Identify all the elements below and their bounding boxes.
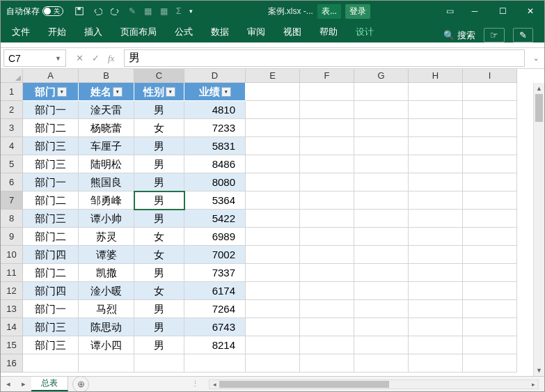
- cell-G12[interactable]: [354, 282, 409, 300]
- cell-C1[interactable]: 性别▾: [134, 83, 184, 101]
- cell-E10[interactable]: [246, 246, 300, 264]
- scroll-right-icon[interactable]: ▸: [528, 381, 538, 388]
- row-header-4[interactable]: 4: [1, 137, 23, 155]
- cell-C3[interactable]: 女: [134, 119, 184, 137]
- cell-D15[interactable]: 8214: [184, 336, 246, 354]
- cell-C10[interactable]: 女: [134, 246, 184, 264]
- cell-H10[interactable]: [409, 246, 463, 264]
- toggle-switch[interactable]: 关: [42, 6, 63, 16]
- cell-G14[interactable]: [354, 318, 409, 336]
- cell-B10[interactable]: 谭婆: [79, 246, 134, 264]
- cell-G15[interactable]: [354, 336, 409, 354]
- cell-C8[interactable]: 男: [134, 210, 184, 228]
- login-button[interactable]: 登录: [345, 4, 370, 19]
- cell-A16[interactable]: [23, 354, 79, 373]
- cell-F11[interactable]: [300, 264, 354, 282]
- cell-A5[interactable]: 部门三: [23, 155, 79, 173]
- cell-D8[interactable]: 5422: [184, 210, 246, 228]
- cell-D9[interactable]: 6989: [184, 228, 246, 246]
- cell-C16[interactable]: [134, 354, 184, 373]
- cell-B12[interactable]: 淦小暖: [79, 282, 134, 300]
- cell-F16[interactable]: [300, 354, 354, 373]
- formula-input[interactable]: 男: [124, 49, 525, 67]
- cell-E8[interactable]: [246, 210, 300, 228]
- row-header-12[interactable]: 12: [1, 282, 23, 300]
- cell-C9[interactable]: 女: [134, 228, 184, 246]
- vertical-scrollbar[interactable]: ▲ ▼: [533, 83, 544, 376]
- cell-B15[interactable]: 谭小四: [79, 336, 134, 354]
- cell-B5[interactable]: 陆明松: [79, 155, 134, 173]
- cell-G13[interactable]: [354, 300, 409, 318]
- cell-B16[interactable]: [79, 354, 134, 373]
- cell-F4[interactable]: [300, 137, 354, 155]
- cells-area[interactable]: 部门▾姓名▾性别▾业绩▾部门一淦天雷男4810部门二杨晓蕾女7233部门三车厘子…: [23, 83, 533, 376]
- cell-A7[interactable]: 部门二: [23, 191, 79, 210]
- cell-I9[interactable]: [463, 228, 517, 246]
- autosave-toggle[interactable]: 自动保存 关: [1, 6, 69, 17]
- cell-I1[interactable]: [463, 83, 517, 101]
- cell-C11[interactable]: 男: [134, 264, 184, 282]
- cell-A12[interactable]: 部门四: [23, 282, 79, 300]
- cell-A9[interactable]: 部门二: [23, 228, 79, 246]
- cell-G10[interactable]: [354, 246, 409, 264]
- cell-H9[interactable]: [409, 228, 463, 246]
- filter-dropdown-icon[interactable]: ▾: [57, 87, 67, 97]
- cell-A15[interactable]: 部门三: [23, 336, 79, 354]
- cell-E14[interactable]: [246, 318, 300, 336]
- cell-A8[interactable]: 部门三: [23, 210, 79, 228]
- cell-E1[interactable]: [246, 83, 300, 101]
- cell-B4[interactable]: 车厘子: [79, 137, 134, 155]
- brush-icon[interactable]: ✎: [129, 6, 136, 16]
- cell-F10[interactable]: [300, 246, 354, 264]
- ribbon-tab-2[interactable]: 插入: [76, 22, 111, 42]
- cell-B9[interactable]: 苏灵: [79, 228, 134, 246]
- cell-G9[interactable]: [354, 228, 409, 246]
- cell-I16[interactable]: [463, 354, 517, 373]
- qat-icon-2[interactable]: ▦: [160, 6, 168, 16]
- search-box[interactable]: 🔍 搜索: [443, 29, 475, 42]
- ribbon-tab-9[interactable]: 设计: [347, 22, 382, 42]
- col-header-C[interactable]: C: [134, 69, 184, 83]
- cell-A11[interactable]: 部门二: [23, 264, 79, 282]
- cell-A13[interactable]: 部门一: [23, 300, 79, 318]
- cell-G11[interactable]: [354, 264, 409, 282]
- cell-F14[interactable]: [300, 318, 354, 336]
- cell-G8[interactable]: [354, 210, 409, 228]
- cell-F3[interactable]: [300, 119, 354, 137]
- share-button[interactable]: ☞: [484, 28, 505, 42]
- row-header-1[interactable]: 1: [1, 83, 23, 101]
- row-header-5[interactable]: 5: [1, 155, 23, 173]
- row-header-13[interactable]: 13: [1, 300, 23, 318]
- cell-G1[interactable]: [354, 83, 409, 101]
- cell-E7[interactable]: [246, 191, 300, 210]
- col-header-F[interactable]: F: [300, 69, 354, 83]
- cell-I13[interactable]: [463, 300, 517, 318]
- cell-I14[interactable]: [463, 318, 517, 336]
- qat-dropdown-icon[interactable]: ▾: [189, 8, 193, 15]
- fx-icon[interactable]: fx: [108, 53, 114, 64]
- cell-D1[interactable]: 业绩▾: [184, 83, 246, 101]
- maximize-button[interactable]: ☐: [489, 1, 516, 22]
- cell-H2[interactable]: [409, 101, 463, 119]
- select-all-corner[interactable]: [1, 69, 23, 83]
- filter-dropdown-icon[interactable]: ▾: [221, 87, 231, 97]
- cell-I11[interactable]: [463, 264, 517, 282]
- cell-E6[interactable]: [246, 173, 300, 191]
- cell-E16[interactable]: [246, 354, 300, 373]
- cell-I5[interactable]: [463, 155, 517, 173]
- ribbon-tab-5[interactable]: 数据: [203, 22, 237, 42]
- ribbon-tab-4[interactable]: 公式: [166, 22, 201, 42]
- cell-D12[interactable]: 6174: [184, 282, 246, 300]
- row-header-2[interactable]: 2: [1, 101, 23, 119]
- row-header-3[interactable]: 3: [1, 119, 23, 137]
- filter-dropdown-icon[interactable]: ▾: [166, 87, 175, 97]
- ribbon-tab-3[interactable]: 页面布局: [112, 22, 165, 42]
- cell-F7[interactable]: [300, 191, 354, 210]
- cell-F9[interactable]: [300, 228, 354, 246]
- formula-expand-icon[interactable]: ⌄: [528, 48, 544, 68]
- cell-G2[interactable]: [354, 101, 409, 119]
- cell-F12[interactable]: [300, 282, 354, 300]
- cell-E2[interactable]: [246, 101, 300, 119]
- cell-H4[interactable]: [409, 137, 463, 155]
- ribbon-tab-0[interactable]: 文件: [3, 22, 38, 42]
